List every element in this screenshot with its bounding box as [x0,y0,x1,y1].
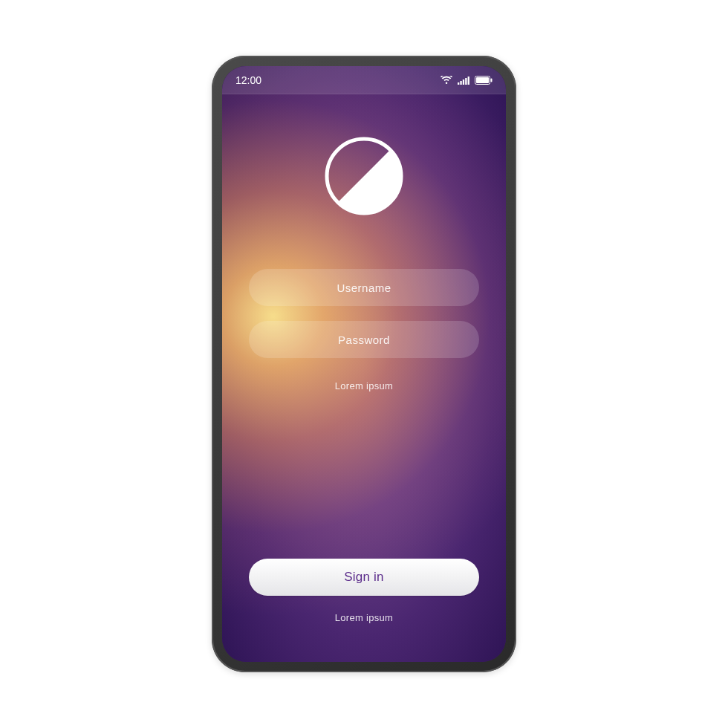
status-icons [441,76,493,85]
forgot-helper-text[interactable]: Lorem ipsum [335,380,393,391]
username-input[interactable] [249,269,479,306]
svg-rect-2 [463,79,464,85]
signup-helper-text[interactable]: Lorem ipsum [335,612,393,623]
signal-icon [458,76,469,85]
login-content: Lorem ipsum Sign in Lorem ipsum [222,94,506,662]
svg-rect-1 [460,81,461,85]
svg-rect-0 [458,82,459,85]
status-bar: 12:00 [222,66,506,94]
signin-button[interactable]: Sign in [249,559,479,596]
phone-frame: 12:00 Lorem [212,56,516,672]
phone-screen: 12:00 Lorem [222,66,506,662]
password-input[interactable] [249,321,479,358]
svg-rect-6 [476,77,489,83]
status-time: 12:00 [235,74,261,86]
app-logo [323,135,405,217]
svg-rect-4 [468,77,469,85]
svg-rect-3 [465,78,467,85]
battery-icon [475,76,493,85]
wifi-icon [441,76,452,85]
svg-rect-7 [491,78,493,82]
